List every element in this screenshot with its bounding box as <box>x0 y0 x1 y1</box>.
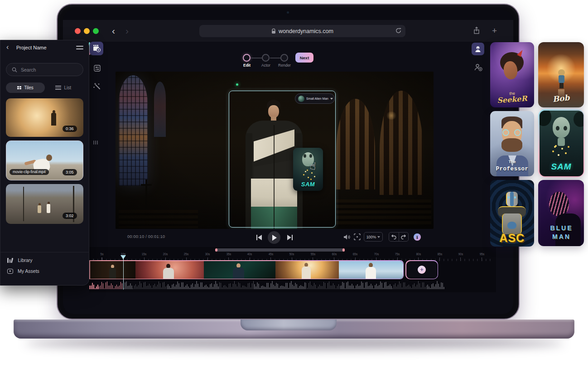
next-button[interactable]: Next <box>295 53 313 63</box>
sam-drag-card-label: SAM <box>293 181 323 188</box>
search-input[interactable]: Search <box>6 63 83 76</box>
sliders-icon <box>94 65 101 72</box>
range-handle-right[interactable] <box>342 248 345 252</box>
character-selector-dropdown[interactable]: Small Alien Man <box>295 93 335 104</box>
ruler-label: 45s <box>269 252 273 256</box>
figure-body <box>51 113 56 126</box>
clip-thumb-sky <box>339 261 403 279</box>
lock-icon <box>271 29 276 34</box>
tool-adjustments-button[interactable] <box>92 63 102 73</box>
step-render[interactable] <box>280 54 288 62</box>
clip-tile-alley[interactable]: 3:02 <box>6 184 83 224</box>
step-actor-label: Actor <box>261 63 270 68</box>
asc-chest-plate <box>507 222 516 229</box>
address-bar[interactable]: wonderdynamics.com <box>199 25 405 37</box>
audio-waveform-played[interactable] <box>89 279 123 289</box>
clip-thumb-teal <box>204 261 275 279</box>
ruler-label: 50s <box>289 252 294 256</box>
step-edit[interactable] <box>243 54 251 62</box>
card-title: ASC <box>490 232 534 245</box>
tiles-toggle[interactable]: Tiles <box>6 82 45 93</box>
add-clip-card[interactable]: + <box>405 260 438 279</box>
search-icon <box>12 67 17 73</box>
ruler-label: 30s <box>205 252 210 256</box>
alien-eye <box>564 126 567 131</box>
playhead-line[interactable] <box>123 256 124 290</box>
window-zoom-button[interactable] <box>93 28 99 34</box>
ruler-label: 60s <box>332 252 337 256</box>
redo-button[interactable] <box>399 233 409 241</box>
clip-tile-desert[interactable]: 0:36 <box>6 98 83 137</box>
fit-view-button[interactable] <box>354 233 361 240</box>
card-title-prefix: BLUE <box>539 224 584 232</box>
tool-actor-button[interactable] <box>472 43 484 55</box>
card-title: MAN <box>539 233 584 240</box>
info-button[interactable]: i <box>414 233 421 241</box>
view-toggle: Tiles List <box>6 82 83 93</box>
character-card-asc[interactable]: ASC <box>490 180 534 247</box>
ruler-label: 15s <box>142 252 146 256</box>
new-tab-icon[interactable]: + <box>492 26 497 36</box>
ruler-label: 65s <box>353 252 357 256</box>
ruler-label: 55s <box>311 252 315 256</box>
character-card-blue-man[interactable]: BLUE MAN <box>538 180 584 246</box>
character-card-sam-selected[interactable]: SAM <box>538 109 584 177</box>
zoom-level-select[interactable]: 100% <box>364 232 383 242</box>
search-placeholder: Search <box>21 67 36 73</box>
tool-media-button[interactable] <box>90 42 103 55</box>
step-edit-label: Edit <box>243 63 251 68</box>
undo-button[interactable] <box>389 233 399 241</box>
panel-back-button[interactable]: ‹ <box>6 43 9 51</box>
range-handle-left[interactable] <box>215 248 217 252</box>
timeline: 5s 10s 15s 20s 25s 30s 35s 40s 45s 50s 5… <box>89 247 496 292</box>
ruler-label: 35s <box>227 252 231 256</box>
video-viewport[interactable]: Small Alien Man SAM ☝ <box>116 72 434 229</box>
panel-resize-grip[interactable] <box>93 141 98 145</box>
list-toggle[interactable]: List <box>45 82 84 93</box>
actor-icon <box>475 46 481 53</box>
volume-button[interactable] <box>344 234 351 240</box>
timeline-range-slider[interactable] <box>215 248 345 252</box>
sam-drag-card[interactable]: SAM <box>293 148 323 191</box>
browser-back-button[interactable]: ‹ <box>112 26 115 35</box>
list-icon <box>57 85 61 91</box>
bob-body <box>559 75 564 83</box>
ruler-label: 75s <box>395 252 400 256</box>
tool-magic-wand-button[interactable] <box>92 81 102 92</box>
ruler-label: 5s <box>101 252 104 256</box>
next-frame-button[interactable] <box>287 234 293 241</box>
character-card-bob[interactable]: Bob <box>538 42 584 107</box>
library-icon <box>7 257 14 263</box>
audio-waveform[interactable] <box>123 279 446 289</box>
chevron-down-icon <box>330 98 333 100</box>
professor-beard <box>501 138 522 152</box>
step-render-label: Render <box>278 63 291 68</box>
card-title-prefix: The <box>490 160 534 165</box>
blueman-light-stripes <box>549 192 569 216</box>
clip-name-badge: movie-clip-final.mp4 <box>10 169 49 175</box>
clip-tile-hitchhiker[interactable]: movie-clip-final.mp4 3:05 <box>6 141 83 180</box>
plus-icon: + <box>418 266 426 274</box>
step-actor[interactable] <box>262 54 270 62</box>
tool-add-actor-button[interactable] <box>474 63 483 72</box>
card-title: SAM <box>540 162 583 172</box>
ruler-label: 70s <box>374 252 379 256</box>
video-track[interactable] <box>89 260 404 279</box>
panel-menu-icon[interactable] <box>76 46 83 51</box>
character-card-the-professor[interactable]: The Professor <box>490 111 534 176</box>
refresh-icon[interactable] <box>395 27 402 36</box>
page: ‹ › wonderdynamics.com + <box>0 0 588 383</box>
play-button[interactable] <box>268 231 280 244</box>
window-close-button[interactable] <box>75 28 81 34</box>
my-assets-item[interactable]: My Assets <box>7 268 39 274</box>
asc-head-stripe <box>510 192 514 206</box>
share-icon[interactable] <box>473 26 480 36</box>
character-card-the-seeker[interactable]: the SeekeR <box>490 42 534 107</box>
step-connector <box>251 58 262 58</box>
browser-forward-button[interactable]: › <box>125 26 129 35</box>
previous-frame-button[interactable] <box>256 234 262 241</box>
clip-duration-badge: 3:05 <box>63 169 77 175</box>
asc-eye <box>508 196 510 199</box>
window-minimize-button[interactable] <box>84 28 90 34</box>
library-item[interactable]: Library <box>7 257 33 263</box>
